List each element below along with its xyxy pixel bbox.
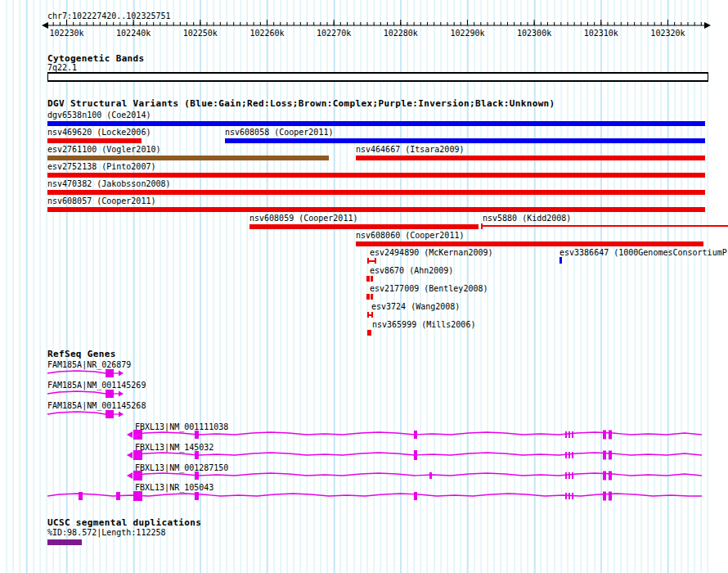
gene-arrow-left-icon: [127, 431, 133, 438]
gene-model[interactable]: [127, 450, 702, 460]
gene-arrow-right-icon: [119, 391, 124, 397]
gene-arrow-left-icon: [127, 472, 133, 479]
gene-arrow-left-icon: [127, 452, 133, 458]
segdup-label[interactable]: %ID:98.572|Length:112258: [47, 528, 166, 537]
gene-models-layer: [0, 0, 728, 573]
segdup-header: UCSC segmental duplications: [47, 518, 201, 528]
gene-model[interactable]: [47, 390, 124, 398]
gene-model[interactable]: [127, 471, 702, 481]
gene-arrow-right-icon: [119, 371, 124, 377]
gene-model[interactable]: [127, 430, 702, 440]
gene-model[interactable]: [47, 410, 124, 418]
segdup-bar[interactable]: [47, 539, 82, 545]
gene-model[interactable]: [47, 369, 124, 377]
gene-model[interactable]: [47, 491, 702, 501]
gene-arrow-right-icon: [119, 412, 124, 417]
genome-browser-panel: chr7:102227420..102325751 102230k102240k…: [0, 0, 728, 573]
